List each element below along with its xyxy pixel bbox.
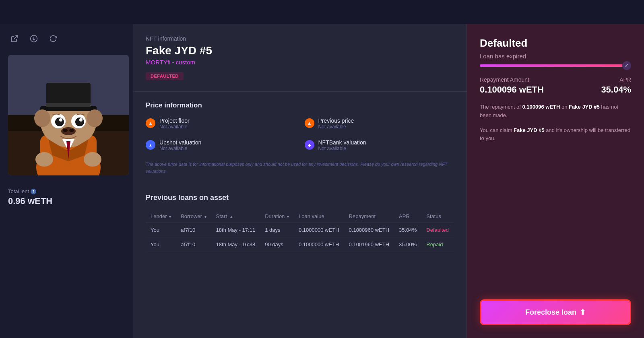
price-section: Price information ▲ Project floor Not av…: [133, 92, 466, 184]
svg-point-21: [34, 109, 50, 127]
nftbank-value: Not available: [318, 146, 366, 151]
svg-point-20: [69, 129, 74, 132]
progress-bar-fill: [480, 64, 623, 67]
nft-info-label: NFT information: [146, 35, 454, 42]
center-panel: NFT information Fake JYD #5 MORTYfi - cu…: [133, 24, 467, 338]
loan-expired-text: Loan has expired: [480, 53, 631, 60]
cell-duration: 1 days: [260, 223, 294, 237]
previous-price-label: Previous price: [318, 117, 354, 124]
cell-borrower[interactable]: af7f10: [176, 223, 211, 237]
progress-bar-container: ✓: [480, 64, 631, 67]
price-grid: ▲ Project floor Not available ▲ Previous…: [146, 117, 454, 151]
price-section-title: Price information: [146, 101, 454, 109]
prev-loans-title: Previous loans on asset: [146, 194, 454, 202]
col-status: Status: [421, 210, 454, 223]
main-layout: Total lent ? 0.96 wETH NFT information F…: [0, 24, 644, 338]
svg-point-19: [63, 129, 68, 132]
nft-subtitle: MORTYfi - custom: [146, 59, 454, 66]
previous-price-value: Not available: [318, 124, 354, 130]
foreclose-loan-label: Foreclose loan: [525, 308, 576, 317]
progress-bar-track: [480, 64, 631, 67]
repayment-info-text: The repayment of 0.100096 wETH on Fake J…: [480, 103, 631, 120]
sort-start-icon: ▲: [229, 214, 233, 219]
defaulted-panel: Defaulted Loan has expired ✓ Repayment A…: [467, 24, 644, 338]
project-floor-icon: ▲: [146, 118, 155, 128]
cell-apr: 35.04%: [394, 223, 421, 237]
table-row: You af7f10 18th May - 16:38 90 days 0.10…: [146, 237, 454, 252]
total-lent-value: 0.96 wETH: [8, 196, 125, 206]
col-borrower[interactable]: Borrower ▾: [176, 210, 211, 223]
download-icon[interactable]: [27, 32, 40, 45]
cell-status: Repaid: [421, 237, 454, 252]
apr-value: 35.04%: [601, 84, 631, 95]
svg-point-23: [35, 152, 53, 167]
project-floor-item: ▲ Project floor Not available: [146, 117, 295, 130]
upshot-item: ▲ Upshot valuation Not available: [146, 139, 295, 151]
loans-table: Lender ▾ Borrower ▾ Start ▲ Duration ▾ L…: [146, 210, 454, 252]
upshot-value: Not available: [159, 146, 201, 151]
repayment-value-row: 0.100096 wETH 35.04%: [480, 84, 631, 95]
cell-start: 18th May - 16:38: [211, 237, 260, 252]
col-lender[interactable]: Lender ▾: [146, 210, 176, 223]
col-start[interactable]: Start ▲: [211, 210, 260, 223]
nft-title: Fake JYD #5: [146, 44, 454, 57]
cell-start: 18th May - 17:11: [211, 223, 260, 237]
claim-info-text: You can claim Fake JYD #5 and it's owner…: [480, 126, 631, 143]
svg-point-22: [87, 109, 103, 127]
nftbank-icon: ◆: [305, 140, 314, 150]
info-section: Total lent ? 0.96 wETH: [8, 188, 125, 206]
cursor-icon: ⬆: [580, 308, 586, 317]
defaulted-title: Defaulted: [480, 37, 631, 49]
upshot-label: Upshot valuation: [159, 139, 201, 146]
svg-point-24: [84, 152, 101, 167]
cell-loan-value: 0.1000000 wETH: [294, 237, 344, 252]
sidebar-left: Total lent ? 0.96 wETH: [0, 24, 133, 338]
project-floor-label: Project floor: [159, 117, 190, 124]
price-disclaimer: The above price data is for informationa…: [146, 161, 454, 174]
previous-price-item: ▲ Previous price Not available: [305, 117, 454, 130]
apr-label: APR: [619, 76, 631, 83]
nft-info-card: NFT information Fake JYD #5 MORTYfi - cu…: [133, 24, 466, 92]
total-lent-label: Total lent ?: [8, 188, 125, 194]
col-loan-value: Loan value: [294, 210, 344, 223]
cell-lender: You: [146, 223, 176, 237]
col-duration[interactable]: Duration ▾: [260, 210, 294, 223]
progress-check-icon: ✓: [622, 61, 631, 70]
sort-lender-icon: ▾: [169, 214, 171, 219]
prev-loans-section: Previous loans on asset Lender ▾ Borrowe…: [133, 184, 466, 338]
cell-borrower[interactable]: af7f10: [176, 237, 211, 252]
svg-point-16: [59, 118, 62, 122]
cell-repayment: 0.1001960 wETH: [344, 237, 394, 252]
nft-image-container: [8, 55, 129, 175]
sort-duration-icon: ▾: [287, 214, 289, 219]
svg-point-17: [79, 118, 83, 122]
project-floor-value: Not available: [159, 124, 190, 130]
svg-rect-11: [46, 103, 91, 107]
top-bar: [0, 0, 644, 24]
cell-duration: 90 days: [260, 237, 294, 252]
refresh-icon[interactable]: [47, 32, 60, 45]
info-icon: ?: [31, 189, 36, 194]
svg-point-15: [75, 117, 84, 126]
col-apr: APR: [394, 210, 421, 223]
svg-point-14: [55, 117, 64, 126]
cell-loan-value: 0.1000000 wETH: [294, 223, 344, 237]
icon-buttons: [8, 32, 125, 45]
nftbank-item: ◆ NFTBank valuation Not available: [305, 139, 454, 151]
col-repayment: Repayment: [344, 210, 394, 223]
cell-lender: You: [146, 237, 176, 252]
nftbank-label: NFTBank valuation: [318, 139, 366, 146]
previous-price-icon: ▲: [305, 118, 314, 128]
repayment-header-row: Repayment Amount APR: [480, 76, 631, 83]
repayment-amount: 0.100096 wETH: [480, 84, 544, 95]
upshot-icon: ▲: [146, 140, 155, 150]
svg-line-0: [14, 36, 17, 39]
table-row: You af7f10 18th May - 17:11 1 days 0.100…: [146, 223, 454, 237]
sort-borrower-icon: ▾: [204, 214, 206, 219]
cell-status: Defaulted: [421, 223, 454, 237]
external-link-icon[interactable]: [8, 32, 21, 45]
foreclose-loan-button[interactable]: Foreclose loan ⬆: [480, 299, 631, 325]
cell-apr: 35.00%: [394, 237, 421, 252]
cell-repayment: 0.1000960 wETH: [344, 223, 394, 237]
repayment-label: Repayment Amount: [480, 76, 529, 83]
